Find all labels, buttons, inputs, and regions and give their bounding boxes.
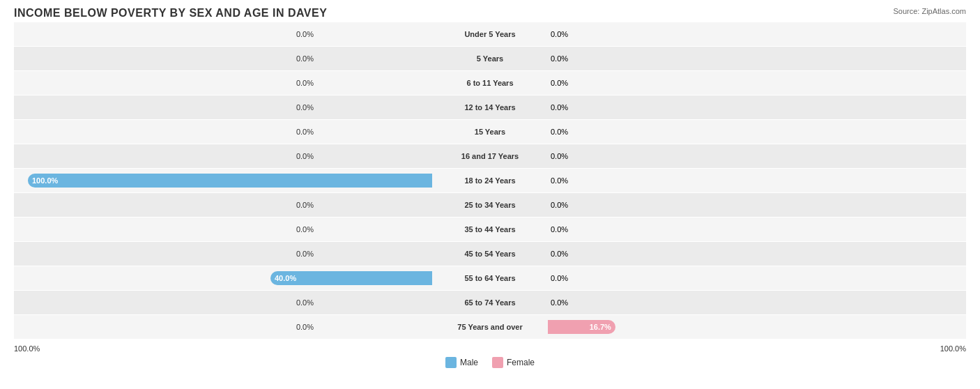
row-label: 12 to 14 Years	[432, 103, 548, 112]
row-label: 15 Years	[432, 128, 548, 136]
bottom-right-label: 100.0%	[940, 344, 966, 353]
right-section: 0.0%	[548, 22, 966, 46]
right-section: 0.0%	[548, 120, 966, 144]
legend: Male Female	[14, 357, 966, 368]
row-label: 45 to 54 Years	[432, 250, 548, 258]
chart-row: 100.0%18 to 24 Years0.0%	[14, 169, 966, 192]
left-section: 0.0%	[14, 96, 432, 119]
right-section: 16.7%	[548, 315, 966, 339]
male-value-label: 0.0%	[296, 201, 314, 209]
left-section: 0.0%	[14, 144, 432, 168]
row-label: 6 to 11 Years	[432, 79, 548, 87]
bar-male: 100.0%	[28, 174, 432, 188]
chart-row: 0.0%15 Years0.0%	[14, 120, 966, 144]
left-section: 0.0%	[14, 193, 432, 217]
chart-row: 40.0%55 to 64 Years0.0%	[14, 266, 966, 290]
bottom-labels: 100.0% 100.0%	[14, 344, 966, 353]
female-value-label: 0.0%	[551, 274, 568, 282]
right-section: 0.0%	[548, 71, 966, 95]
left-section: 40.0%	[14, 266, 432, 290]
chart-row: 0.0%5 Years0.0%	[14, 47, 966, 70]
left-section: 0.0%	[14, 47, 432, 70]
legend-female-label: Female	[507, 358, 535, 367]
chart-row: 0.0%12 to 14 Years0.0%	[14, 96, 966, 119]
bar-female: 16.7%	[548, 320, 615, 334]
female-value-label: 0.0%	[551, 54, 568, 63]
left-section: 0.0%	[14, 120, 432, 144]
row-label: 55 to 64 Years	[432, 274, 548, 282]
right-section: 0.0%	[548, 144, 966, 168]
row-label: 75 Years and over	[432, 323, 548, 331]
row-label: 25 to 34 Years	[432, 201, 548, 209]
row-label: 5 Years	[432, 54, 548, 63]
male-value-label: 0.0%	[296, 79, 314, 87]
chart-row: 0.0%75 Years and over16.7%	[14, 315, 966, 339]
chart-row: 0.0%Under 5 Years0.0%	[14, 22, 966, 46]
chart-row: 0.0%25 to 34 Years0.0%	[14, 193, 966, 217]
female-value-label: 0.0%	[551, 103, 568, 112]
legend-male-box	[445, 357, 457, 368]
chart-row: 0.0%45 to 54 Years0.0%	[14, 242, 966, 266]
row-label: 65 to 74 Years	[432, 298, 548, 307]
chart-row: 0.0%65 to 74 Years0.0%	[14, 291, 966, 314]
left-section: 0.0%	[14, 71, 432, 95]
left-section: 0.0%	[14, 22, 432, 46]
female-value-label: 0.0%	[551, 298, 568, 307]
male-value-label: 0.0%	[296, 323, 314, 331]
right-section: 0.0%	[548, 47, 966, 70]
male-value-label: 0.0%	[296, 103, 314, 112]
male-value-inside: 100.0%	[28, 176, 58, 185]
chart-area: 0.0%Under 5 Years0.0%0.0%5 Years0.0%0.0%…	[14, 22, 966, 343]
row-label: Under 5 Years	[432, 30, 548, 38]
bottom-left-label: 100.0%	[14, 344, 40, 353]
right-section: 0.0%	[548, 218, 966, 241]
right-section: 0.0%	[548, 291, 966, 314]
left-section: 0.0%	[14, 315, 432, 339]
female-value-label: 0.0%	[551, 250, 568, 258]
chart-row: 0.0%6 to 11 Years0.0%	[14, 71, 966, 95]
right-section: 0.0%	[548, 169, 966, 192]
male-value-inside: 40.0%	[270, 274, 296, 282]
legend-male-label: Male	[460, 358, 478, 367]
chart-container: INCOME BELOW POVERTY BY SEX AND AGE IN D…	[0, 0, 980, 389]
male-value-label: 0.0%	[296, 128, 314, 136]
male-value-label: 0.0%	[296, 54, 314, 63]
female-value-label: 0.0%	[551, 201, 568, 209]
female-value-label: 0.0%	[551, 30, 568, 38]
legend-male: Male	[445, 357, 478, 368]
row-label: 35 to 44 Years	[432, 225, 548, 234]
chart-row: 0.0%35 to 44 Years0.0%	[14, 218, 966, 241]
row-label: 16 and 17 Years	[432, 152, 548, 160]
legend-female: Female	[492, 357, 535, 368]
row-label: 18 to 24 Years	[432, 176, 548, 185]
male-value-label: 0.0%	[296, 298, 314, 307]
right-section: 0.0%	[548, 193, 966, 217]
bar-male: 40.0%	[270, 271, 432, 285]
chart-title: INCOME BELOW POVERTY BY SEX AND AGE IN D…	[14, 7, 966, 20]
male-value-label: 0.0%	[296, 30, 314, 38]
female-value-label: 0.0%	[551, 176, 568, 185]
chart-row: 0.0%16 and 17 Years0.0%	[14, 144, 966, 168]
right-section: 0.0%	[548, 242, 966, 266]
female-value-label: 0.0%	[551, 152, 568, 160]
right-section: 0.0%	[548, 96, 966, 119]
right-section: 0.0%	[548, 266, 966, 290]
male-value-label: 0.0%	[296, 152, 314, 160]
left-section: 100.0%	[14, 169, 432, 192]
left-section: 0.0%	[14, 218, 432, 241]
male-value-label: 0.0%	[296, 225, 314, 234]
female-value-label: 0.0%	[551, 225, 568, 234]
left-section: 0.0%	[14, 242, 432, 266]
legend-female-box	[492, 357, 503, 368]
source-text: Source: ZipAtlas.com	[893, 7, 966, 15]
female-value-label: 0.0%	[551, 79, 568, 87]
female-value-inside: 16.7%	[590, 323, 615, 331]
male-value-label: 0.0%	[296, 250, 314, 258]
left-section: 0.0%	[14, 291, 432, 314]
female-value-label: 0.0%	[551, 128, 568, 136]
